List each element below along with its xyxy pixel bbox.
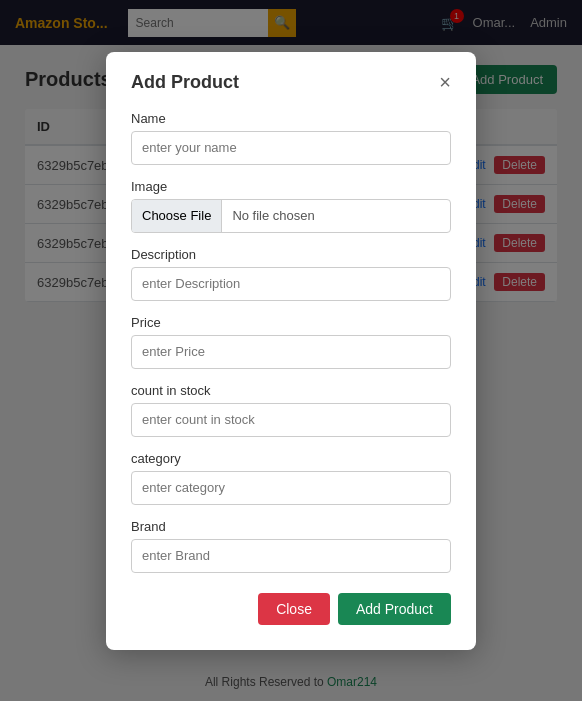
count-in-stock-group: count in stock xyxy=(131,383,451,437)
count-in-stock-input[interactable] xyxy=(131,403,451,437)
name-label: Name xyxy=(131,111,451,126)
category-group: category xyxy=(131,451,451,505)
modal-title: Add Product xyxy=(131,72,239,93)
close-modal-button[interactable]: Close xyxy=(258,593,330,625)
brand-label: Brand xyxy=(131,519,451,534)
modal-footer: Close Add Product xyxy=(131,593,451,625)
add-product-modal: Add Product × Name Image Choose File No … xyxy=(106,52,476,650)
name-input[interactable] xyxy=(131,131,451,165)
submit-add-product-button[interactable]: Add Product xyxy=(338,593,451,625)
brand-input[interactable] xyxy=(131,539,451,573)
file-input-group: Choose File No file chosen xyxy=(131,199,451,233)
name-group: Name xyxy=(131,111,451,165)
description-group: Description xyxy=(131,247,451,301)
count-in-stock-label: count in stock xyxy=(131,383,451,398)
image-label: Image xyxy=(131,179,451,194)
price-group: Price xyxy=(131,315,451,369)
file-name-display: No file chosen xyxy=(222,208,450,223)
modal-header: Add Product × xyxy=(131,72,451,93)
price-input[interactable] xyxy=(131,335,451,369)
modal-close-x-button[interactable]: × xyxy=(439,72,451,92)
modal-overlay: Add Product × Name Image Choose File No … xyxy=(0,0,582,701)
category-label: category xyxy=(131,451,451,466)
brand-group: Brand xyxy=(131,519,451,573)
choose-file-button[interactable]: Choose File xyxy=(132,200,222,232)
image-group: Image Choose File No file chosen xyxy=(131,179,451,233)
category-input[interactable] xyxy=(131,471,451,505)
price-label: Price xyxy=(131,315,451,330)
description-label: Description xyxy=(131,247,451,262)
description-input[interactable] xyxy=(131,267,451,301)
